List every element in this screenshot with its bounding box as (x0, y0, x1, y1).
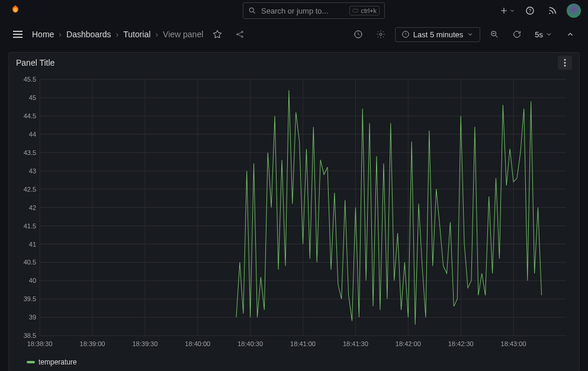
breadcrumb-view-panel: View panel (163, 30, 203, 39)
search-icon (248, 7, 256, 15)
breadcrumb-sep: › (155, 30, 158, 39)
panel-menu-button[interactable] (558, 56, 572, 70)
info-button[interactable] (350, 26, 367, 43)
svg-point-17 (564, 65, 566, 67)
refresh-icon (512, 30, 522, 39)
svg-text:38.5: 38.5 (24, 332, 36, 339)
svg-text:18:43:00: 18:43:00 (501, 340, 526, 347)
legend-series-name[interactable]: temperature (38, 358, 77, 366)
breadcrumb: Home › Dashboards › Tutorial › View pane… (32, 30, 203, 39)
svg-text:45: 45 (29, 94, 36, 101)
svg-text:18:40:30: 18:40:30 (237, 340, 263, 347)
clock-icon (401, 30, 410, 38)
svg-text:40.5: 40.5 (24, 259, 36, 266)
user-avatar[interactable] (567, 4, 581, 18)
collapse-button[interactable] (562, 26, 579, 43)
svg-point-8 (242, 36, 243, 38)
refresh-button[interactable] (509, 26, 525, 43)
add-button[interactable] (499, 2, 516, 19)
help-button[interactable]: ? (522, 2, 538, 19)
svg-text:43: 43 (29, 167, 36, 174)
chart-area[interactable]: 45.54544.54443.54342.54241.54140.54039.5… (9, 73, 579, 356)
panel-header: Panel Title (9, 53, 579, 73)
svg-text:18:41:00: 18:41:00 (290, 340, 316, 347)
svg-text:18:41:30: 18:41:30 (343, 340, 368, 347)
menu-toggle[interactable] (9, 26, 26, 43)
keyboard-shortcut-hint: ctrl+k (349, 6, 380, 15)
refresh-interval-label: 5s (535, 30, 543, 39)
svg-point-6 (237, 34, 239, 36)
svg-text:43.5: 43.5 (24, 149, 36, 156)
zoom-out-icon (490, 30, 499, 39)
menu-icon (13, 31, 23, 38)
svg-text:45.5: 45.5 (24, 76, 36, 83)
share-icon (235, 30, 245, 39)
gear-icon (376, 30, 385, 39)
panel: Panel Title 45.54544.54443.54342.54241.5… (8, 52, 580, 371)
svg-text:18:39:30: 18:39:30 (132, 340, 158, 347)
svg-rect-2 (353, 9, 358, 12)
svg-text:18:42:00: 18:42:00 (396, 340, 421, 347)
share-button[interactable] (232, 26, 248, 43)
breadcrumb-sep: › (59, 30, 62, 39)
search-placeholder: Search or jump to... (261, 7, 328, 15)
settings-button[interactable] (372, 26, 389, 43)
svg-point-10 (380, 33, 382, 36)
star-icon (213, 30, 222, 39)
svg-text:18:39:00: 18:39:00 (80, 340, 105, 347)
grafana-logo[interactable] (7, 2, 24, 19)
breadcrumb-dashboards[interactable]: Dashboards (66, 30, 111, 39)
legend-swatch (27, 361, 35, 363)
svg-text:40: 40 (29, 277, 36, 284)
chevron-down-icon (545, 31, 552, 38)
time-range-picker[interactable]: Last 5 minutes (395, 27, 481, 42)
svg-text:39.5: 39.5 (24, 295, 36, 302)
search-box[interactable]: Search or jump to... ctrl+k (243, 2, 385, 19)
plus-icon (500, 7, 508, 15)
svg-text:42: 42 (29, 204, 36, 211)
svg-text:18:40:00: 18:40:00 (185, 340, 210, 347)
legend: temperature (9, 356, 579, 371)
kebab-icon (564, 59, 566, 67)
news-button[interactable] (544, 2, 561, 19)
rss-icon (548, 6, 557, 15)
svg-text:41: 41 (29, 240, 36, 247)
keyboard-icon (352, 8, 358, 14)
svg-point-0 (249, 8, 253, 12)
panel-title: Panel Title (16, 58, 54, 67)
svg-text:44: 44 (29, 130, 36, 137)
star-button[interactable] (209, 26, 226, 43)
svg-line-13 (496, 36, 497, 37)
chevron-down-icon (467, 31, 474, 38)
svg-text:18:42:30: 18:42:30 (448, 340, 474, 347)
breadcrumb-sep: › (116, 30, 119, 39)
svg-point-7 (242, 31, 243, 33)
svg-point-16 (564, 62, 566, 64)
chevron-up-icon (566, 30, 574, 38)
help-icon: ? (525, 6, 535, 15)
breadcrumb-home[interactable]: Home (32, 30, 54, 39)
svg-text:42.5: 42.5 (24, 185, 36, 192)
time-series-chart: 45.54544.54443.54342.54241.54140.54039.5… (14, 76, 572, 351)
top-bar: Search or jump to... ctrl+k ? (0, 0, 588, 21)
refresh-interval-picker[interactable]: 5s (531, 28, 556, 41)
svg-text:?: ? (529, 8, 532, 14)
svg-text:18:38:30: 18:38:30 (27, 340, 53, 347)
zoom-out-button[interactable] (486, 26, 503, 43)
svg-line-1 (253, 12, 255, 14)
sub-bar: Home › Dashboards › Tutorial › View pane… (0, 21, 588, 47)
svg-text:39: 39 (29, 314, 36, 321)
time-range-label: Last 5 minutes (413, 30, 464, 39)
clock-back-icon (354, 30, 363, 39)
svg-point-15 (564, 59, 566, 61)
svg-text:44.5: 44.5 (24, 112, 36, 119)
svg-text:41.5: 41.5 (24, 222, 36, 229)
svg-point-5 (549, 13, 550, 14)
chevron-down-icon (509, 8, 515, 14)
breadcrumb-tutorial[interactable]: Tutorial (123, 30, 150, 39)
